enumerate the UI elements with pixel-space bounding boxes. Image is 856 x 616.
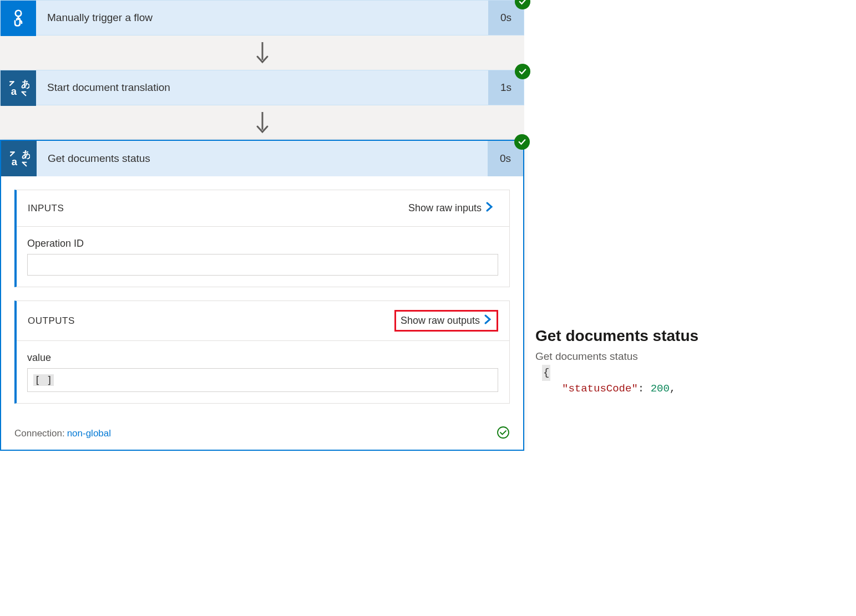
svg-point-0 <box>16 11 22 17</box>
svg-text:あ: あ <box>21 79 29 89</box>
json-value: 200 <box>651 383 670 395</box>
svg-text:a: a <box>11 85 17 97</box>
value-output: [ ] <box>27 368 498 392</box>
translator-icon: あ a <box>1 70 36 106</box>
value-output-text: [ ] <box>33 374 54 386</box>
raw-outputs-panel: Get documents status Get documents statu… <box>535 0 846 451</box>
step-title: Get documents status <box>37 141 488 176</box>
outputs-card: OUTPUTS Show raw outputs value [ ] <box>14 301 510 404</box>
manual-trigger-icon <box>1 1 36 36</box>
svg-text:a: a <box>12 156 18 167</box>
translator-icon: あ a <box>1 141 37 176</box>
value-label: value <box>27 352 498 364</box>
outputs-header: OUTPUTS <box>28 315 75 327</box>
step-title: Manually trigger a flow <box>36 1 488 35</box>
side-panel-subtitle: Get documents status <box>535 350 846 363</box>
connection-label: Connection: <box>14 428 65 439</box>
json-colon: : <box>638 383 644 395</box>
step-get-documents-status[interactable]: あ a Get documents status 0s INPUTS <box>0 140 524 451</box>
connection-status-ok-icon <box>497 426 510 441</box>
flow-canvas: Manually trigger a flow 0s あ a <box>0 0 524 451</box>
success-check-icon <box>515 64 530 79</box>
operation-id-label: Operation ID <box>27 238 498 250</box>
success-check-icon <box>514 134 530 150</box>
json-key: "statusCode" <box>562 383 638 395</box>
step-title: Start document translation <box>36 70 488 105</box>
arrow-connector <box>0 105 524 140</box>
inputs-header: INPUTS <box>28 203 64 214</box>
json-comma: , <box>670 383 676 395</box>
svg-text:あ: あ <box>22 149 30 160</box>
step-manual-trigger[interactable]: Manually trigger a flow 0s <box>0 0 524 35</box>
json-open-brace: { <box>542 365 550 381</box>
show-raw-outputs-label: Show raw outputs <box>401 315 480 327</box>
show-raw-outputs-link[interactable]: Show raw outputs <box>394 310 498 332</box>
operation-id-input[interactable] <box>27 254 498 276</box>
show-raw-inputs-label: Show raw inputs <box>408 202 482 214</box>
side-panel-title: Get documents status <box>535 327 846 345</box>
connection-link[interactable]: non-global <box>67 428 111 439</box>
svg-point-5 <box>498 427 509 438</box>
inputs-card: INPUTS Show raw inputs Operation ID <box>14 190 510 287</box>
chevron-right-icon <box>483 314 492 328</box>
chevron-right-icon <box>485 201 494 215</box>
arrow-connector <box>0 35 524 70</box>
json-output: { "statusCode": 200, <box>535 365 846 396</box>
step-start-translation[interactable]: あ a Start document translation 1s <box>0 70 524 105</box>
connection-row: Connection: non-global <box>14 417 510 441</box>
show-raw-inputs-link[interactable]: Show raw inputs <box>404 199 498 217</box>
